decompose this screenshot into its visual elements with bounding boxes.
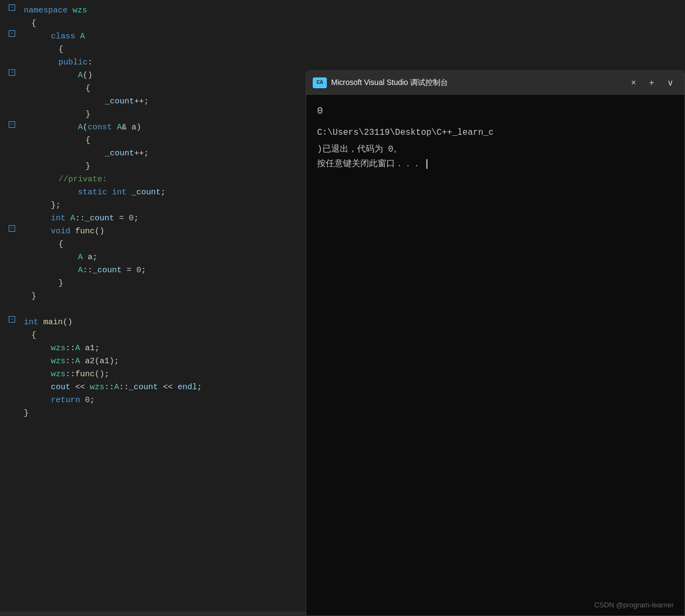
fold-icon[interactable]: −	[9, 4, 15, 11]
code-content: −namespace wzs{− class A { public:− A() …	[2, 0, 306, 424]
code-line: {	[2, 43, 306, 56]
code-text: }	[29, 290, 36, 303]
scrollbar[interactable]	[0, 612, 306, 616]
code-line: }	[2, 160, 306, 173]
code-text: _count++;	[44, 95, 149, 108]
code-text: int main()	[22, 316, 73, 329]
code-line: };	[2, 199, 306, 212]
code-text: {	[29, 329, 36, 342]
code-line: {	[2, 238, 306, 251]
code-line: A::_count = 0;	[2, 264, 306, 277]
code-text: A::_count = 0;	[37, 264, 146, 277]
main-container: −namespace wzs{− class A { public:− A() …	[0, 0, 685, 616]
fold-icon[interactable]: −	[9, 69, 15, 76]
code-line: − void func()	[2, 225, 306, 238]
code-line: − A()	[2, 69, 306, 82]
code-line: {	[2, 329, 306, 342]
terminal-titlebar: CA Microsoft Visual Studio 调试控制台 × + ∨	[306, 71, 684, 95]
code-text: A()	[37, 69, 93, 82]
code-text: };	[29, 199, 61, 212]
fold-button[interactable]: −	[2, 121, 22, 128]
code-text: {	[44, 82, 90, 95]
code-line: //private:	[2, 173, 306, 186]
fold-button[interactable]: −	[2, 316, 22, 323]
code-line: }	[2, 277, 306, 290]
fold-icon[interactable]: −	[9, 225, 15, 232]
terminal-add-button[interactable]: +	[645, 77, 658, 89]
code-line: −int main()	[2, 316, 306, 329]
code-text: _count++;	[44, 147, 149, 160]
code-text: {	[29, 17, 36, 30]
fold-icon[interactable]: −	[9, 121, 15, 128]
code-line: −namespace wzs	[2, 4, 306, 17]
code-editor: −namespace wzs{− class A { public:− A() …	[0, 0, 306, 616]
terminal-output-zero: 0	[317, 103, 674, 119]
code-text: return 0;	[29, 394, 95, 407]
code-text: //private:	[37, 173, 107, 186]
code-line: {	[2, 82, 306, 95]
code-text: }	[22, 407, 29, 420]
fold-button[interactable]: −	[2, 225, 22, 232]
fold-button[interactable]: −	[2, 69, 22, 76]
code-line: {	[2, 17, 306, 30]
code-text: A a;	[37, 251, 97, 264]
code-wrapper: −namespace wzs{− class A { public:− A() …	[0, 0, 306, 424]
code-text: }	[37, 277, 63, 290]
code-text: A(const A& a)	[37, 121, 141, 134]
code-text: void func()	[29, 225, 104, 238]
fold-button[interactable]: −	[2, 4, 22, 11]
code-text: wzs::A a1;	[29, 342, 100, 355]
code-line: − class A	[2, 30, 306, 43]
code-line: _count++;	[2, 147, 306, 160]
watermark: CSDN @program-learner	[594, 601, 674, 609]
code-line: wzs::A a2(a1);	[2, 355, 306, 368]
code-text: wzs::func();	[29, 368, 109, 381]
terminal-chevron-button[interactable]: ∨	[663, 76, 678, 89]
code-line: _count++;	[2, 95, 306, 108]
code-text: cout << wzs::A::_count << endl;	[29, 381, 202, 394]
terminal-cursor	[426, 159, 427, 169]
code-line: public:	[2, 56, 306, 69]
terminal-exit-msg: )已退出，代码为 0。	[317, 142, 674, 157]
code-text: {	[37, 238, 63, 251]
code-text: static int _count;	[37, 186, 166, 199]
code-text: namespace wzs	[22, 4, 87, 17]
code-line: static int _count;	[2, 186, 306, 199]
code-line: }	[2, 290, 306, 303]
fold-button[interactable]: −	[2, 30, 22, 37]
fold-icon[interactable]: −	[9, 316, 15, 323]
terminal-close-button[interactable]: ×	[627, 77, 640, 89]
code-line: wzs::func();	[2, 368, 306, 381]
code-line: }	[2, 407, 306, 420]
code-text: {	[44, 134, 90, 147]
code-line: int A::_count = 0;	[2, 212, 306, 225]
code-text: }	[44, 108, 90, 121]
terminal-press-key-msg: 按任意键关闭此窗口．．．	[317, 157, 674, 172]
code-line: }	[2, 108, 306, 121]
terminal-content: 0 C:\Users\23119\Desktop\C++_learn_c )已退…	[306, 95, 684, 615]
terminal-title: Microsoft Visual Studio 调试控制台	[331, 78, 622, 88]
code-line: {	[2, 134, 306, 147]
code-text: int A::_count = 0;	[29, 212, 139, 225]
code-text: public:	[37, 56, 93, 69]
code-text: wzs::A a2(a1);	[29, 355, 119, 368]
blank-line	[2, 303, 306, 316]
code-line: A a;	[2, 251, 306, 264]
code-line: return 0;	[2, 394, 306, 407]
terminal-path: C:\Users\23119\Desktop\C++_learn_c	[317, 126, 674, 140]
code-text: class A	[29, 30, 85, 43]
terminal-panel: CA Microsoft Visual Studio 调试控制台 × + ∨ 0…	[306, 70, 685, 616]
code-text: {	[37, 43, 63, 56]
fold-icon[interactable]: −	[9, 30, 15, 37]
terminal-app-icon: CA	[313, 77, 327, 88]
code-line: wzs::A a1;	[2, 342, 306, 355]
code-text: }	[44, 160, 90, 173]
code-line: − A(const A& a)	[2, 121, 306, 134]
code-line: cout << wzs::A::_count << endl;	[2, 381, 306, 394]
